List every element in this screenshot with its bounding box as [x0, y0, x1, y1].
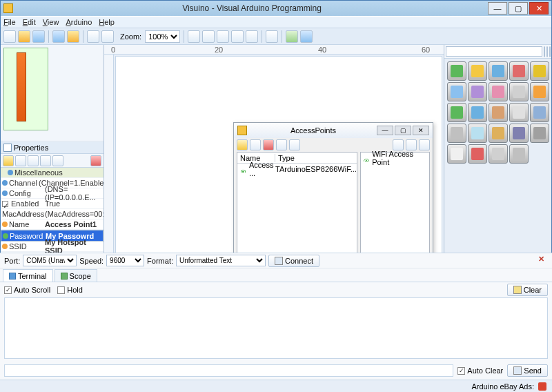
prop-row-mac[interactable]: MacAddress(MacAddress=00:0... — [1, 209, 103, 219]
tool-button-1[interactable] — [52, 30, 65, 43]
dialog-tool-7[interactable] — [406, 139, 417, 150]
palette-item-4[interactable] — [530, 61, 549, 81]
search-input[interactable] — [446, 46, 542, 57]
dialog-tool-5[interactable] — [289, 139, 300, 150]
menu-file[interactable]: File — [3, 18, 16, 26]
palette-item-12[interactable] — [489, 103, 508, 122]
terminal-output[interactable] — [4, 297, 548, 359]
dialog-list-pane[interactable]: NameType Access ...TArduinoESP8266WiF... — [237, 152, 357, 255]
send-icon — [513, 366, 522, 375]
palette-item-7[interactable] — [489, 82, 508, 101]
minimize-button[interactable]: — — [488, 2, 507, 14]
dialog-tool-del[interactable] — [263, 139, 274, 150]
ads-close-icon[interactable] — [538, 382, 546, 391]
tab-terminal[interactable]: Terminal — [3, 269, 53, 282]
palette-item-19[interactable] — [530, 124, 549, 143]
palette-item-22[interactable] — [489, 144, 508, 164]
menu-help[interactable]: Help — [99, 18, 115, 26]
palette-item-23[interactable] — [509, 144, 529, 164]
search-tool-3[interactable] — [549, 46, 551, 57]
status-ads: Arduino eBay Ads: — [471, 382, 534, 391]
palette-item-18[interactable] — [509, 124, 529, 143]
maximize-button[interactable]: ▢ — [509, 2, 528, 14]
hold-checkbox[interactable]: Hold — [57, 286, 83, 294]
prop-category[interactable]: Miscellaneous — [1, 168, 103, 178]
prop-tool-4[interactable] — [40, 155, 51, 166]
dialog-list-row[interactable]: Access ...TArduinoESP8266WiF... — [237, 164, 357, 175]
prop-row-name[interactable]: NameAccess Point1 — [1, 219, 103, 230]
prop-tool-pin[interactable] — [90, 155, 101, 166]
port-label: Port: — [4, 257, 20, 265]
send-button[interactable]: Send — [507, 364, 548, 377]
connect-button[interactable]: Connect — [268, 255, 319, 267]
search-tool-1[interactable] — [544, 46, 545, 57]
open-button[interactable] — [18, 30, 30, 43]
dialog-tool-8[interactable] — [419, 139, 430, 150]
palette-item-20[interactable] — [447, 144, 466, 164]
clear-button[interactable]: Clear — [507, 284, 548, 296]
menu-view[interactable]: View — [43, 18, 59, 26]
speed-select[interactable]: 9600 — [106, 255, 144, 266]
palette-item-13[interactable] — [509, 103, 529, 122]
palette-item-11[interactable] — [468, 103, 487, 122]
dialog-tool-6[interactable] — [393, 139, 404, 150]
palette-item-5[interactable] — [447, 82, 466, 101]
prop-row-config[interactable]: Config(DNS=(IP=0.0.0.0.E... — [1, 188, 103, 199]
search-tool-2[interactable] — [546, 46, 548, 57]
close-button[interactable]: ✕ — [529, 2, 549, 14]
format-select[interactable]: Unformatted Text — [176, 255, 266, 266]
palette-item-0[interactable] — [447, 61, 466, 81]
save-button[interactable] — [32, 30, 45, 43]
port-select[interactable]: COM5 (Unava — [23, 255, 77, 266]
palette-item-2[interactable] — [489, 61, 508, 81]
palette-item-6[interactable] — [468, 82, 487, 101]
dialog-tool-2[interactable] — [250, 139, 261, 150]
panel-close-icon[interactable]: ✕ — [538, 255, 548, 264]
palette-item-15[interactable] — [447, 124, 466, 143]
undo-button[interactable] — [87, 30, 99, 43]
prop-tool-3[interactable] — [28, 155, 39, 166]
delete-button[interactable] — [266, 30, 278, 43]
palette-item-17[interactable] — [489, 124, 508, 143]
autoscroll-checkbox[interactable]: ✓Auto Scroll — [4, 286, 50, 294]
zoom-tool-5[interactable] — [246, 30, 258, 43]
upload-button[interactable] — [300, 30, 313, 43]
dialog-minimize[interactable]: — — [377, 126, 393, 135]
palette-item-14[interactable] — [530, 103, 549, 122]
redo-button[interactable] — [101, 30, 114, 43]
prop-tool-2[interactable] — [15, 155, 26, 166]
tool-button-2[interactable] — [67, 30, 79, 43]
new-button[interactable] — [3, 30, 16, 43]
dialog-palette-pane[interactable]: WiFi Access Point — [360, 152, 430, 255]
dialog-close[interactable]: ✕ — [413, 126, 429, 135]
prop-row-ssid[interactable]: SSIDMy Hotspot SSID — [1, 242, 103, 252]
palette-item-21[interactable] — [468, 144, 487, 164]
menu-arduino[interactable]: Arduino — [66, 18, 92, 26]
zoom-tool-3[interactable] — [217, 30, 229, 43]
zoom-select[interactable]: 100% — [145, 30, 180, 43]
palette-item-8[interactable] — [509, 82, 529, 101]
palette-item-16[interactable] — [468, 124, 487, 143]
tab-scope[interactable]: Scope — [55, 269, 97, 282]
zoom-tool-1[interactable] — [188, 30, 200, 43]
palette-item-9[interactable] — [530, 82, 549, 101]
zoom-tool-4[interactable] — [231, 30, 244, 43]
col-type[interactable]: Type — [275, 154, 357, 162]
autoclear-checkbox[interactable]: ✓Auto Clear — [457, 366, 503, 375]
send-input[interactable] — [4, 364, 453, 377]
dialog-tool-4[interactable] — [276, 139, 287, 150]
palette-item-10[interactable] — [447, 103, 466, 122]
prop-tool-fav[interactable] — [3, 155, 14, 166]
menu-edit[interactable]: Edit — [23, 18, 36, 26]
zoom-tool-2[interactable] — [202, 30, 215, 43]
prop-tool-5[interactable] — [52, 155, 63, 166]
run-button[interactable] — [286, 30, 298, 43]
wifi-icon — [239, 166, 247, 173]
dialog-tool-add[interactable] — [237, 139, 248, 150]
palette-item-1[interactable] — [468, 61, 487, 81]
overview-panel[interactable] — [1, 45, 103, 141]
dialog-maximize[interactable]: ▢ — [395, 126, 411, 135]
palette-item-wifi[interactable]: WiFi Access Point — [361, 153, 429, 164]
palette-item-3[interactable] — [509, 61, 529, 81]
prop-row-enabled[interactable]: ✓EnabledTrue — [1, 199, 103, 209]
